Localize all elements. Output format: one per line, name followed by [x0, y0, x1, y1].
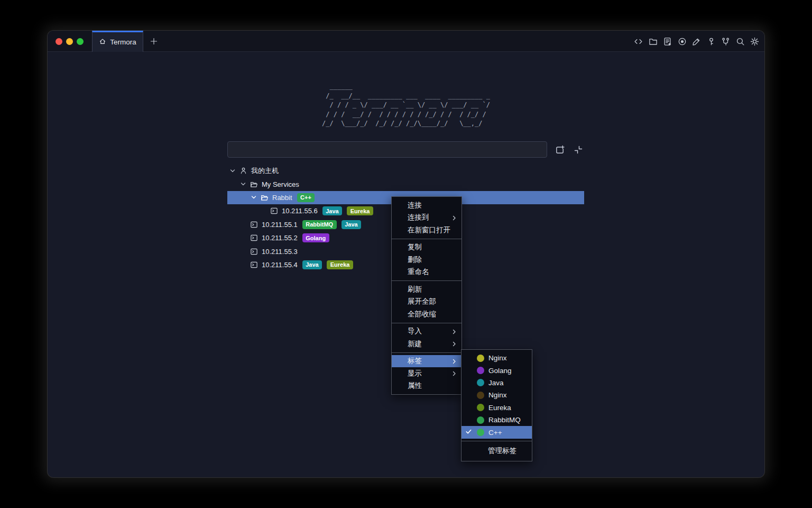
settings-icon[interactable]: [750, 37, 759, 46]
edit-icon[interactable]: [692, 37, 701, 46]
home-icon: [99, 38, 106, 47]
menu-item-rename[interactable]: 重命名: [392, 266, 462, 279]
user-icon: [239, 167, 247, 175]
chevron-down-icon[interactable]: [229, 168, 236, 174]
menu-item-new[interactable]: 新建: [392, 338, 462, 350]
menu-item-refresh[interactable]: 刷新: [392, 283, 462, 296]
chevron-right-icon: [451, 358, 457, 365]
tree-row-label: 10.211.55.4: [262, 261, 298, 269]
menu-item-connect-to[interactable]: 连接到: [392, 212, 462, 224]
menu-separator: [462, 441, 532, 441]
tab-termora[interactable]: Termora: [92, 31, 143, 52]
menu-item-label: 显示: [408, 369, 422, 378]
menu-item-display[interactable]: 显示: [392, 367, 462, 380]
traffic-lights: [56, 31, 84, 52]
menu-item-connect[interactable]: 连接: [392, 199, 462, 212]
collapse-all-icon[interactable]: [573, 144, 584, 156]
tag-badge: Java: [342, 220, 361, 229]
tag-color-dot: [477, 416, 484, 424]
menu-item-label: 管理标签: [488, 446, 516, 456]
tree-row-label: Rabbit: [272, 194, 292, 202]
menu-item-properties[interactable]: 属性: [392, 380, 462, 393]
menu-separator: [392, 280, 462, 281]
session-log-icon[interactable]: [663, 37, 672, 46]
menu-item-label: 重命名: [408, 267, 429, 277]
tag-menu-item-golang[interactable]: Golang: [462, 364, 532, 376]
search-icon[interactable]: [736, 37, 745, 46]
context-menu: 连接 连接到 在新窗口打开 复制 删除 重命名 刷新 展开全部 全部收缩 导入 …: [391, 196, 462, 395]
tag-menu-label: RabbitMQ: [488, 416, 521, 424]
chevron-down-icon[interactable]: [251, 194, 257, 201]
terminal-host-icon: [250, 248, 258, 256]
tree-row-label: 10.211.55.1: [262, 221, 298, 229]
tag-menu-item-eureka[interactable]: Eureka: [462, 402, 532, 414]
tag-menu-item-cpp[interactable]: C++: [462, 426, 532, 438]
tag-menu-item-nginx2[interactable]: Nginx: [462, 389, 532, 401]
tag-menu-item-nginx[interactable]: Nginx: [462, 352, 532, 364]
search-input[interactable]: [227, 141, 547, 158]
tag-badge: Golang: [302, 233, 329, 242]
menu-item-label: 展开全部: [408, 297, 436, 306]
chevron-right-icon: [451, 329, 457, 335]
menu-separator: [392, 352, 462, 353]
toolbar: [634, 31, 759, 52]
tree-row-label: 10.211.55.2: [262, 234, 298, 242]
new-tab-button[interactable]: [148, 35, 160, 47]
chevron-right-icon: [451, 370, 457, 377]
terminal-host-icon: [250, 261, 258, 269]
tag-color-dot: [477, 429, 484, 436]
key-icon[interactable]: [707, 37, 716, 46]
menu-item-copy[interactable]: 复制: [392, 241, 462, 254]
tag-menu-item-java[interactable]: Java: [462, 377, 532, 389]
port-forward-icon[interactable]: [721, 37, 730, 46]
menu-item-tags[interactable]: 标签: [392, 355, 462, 368]
tree-row-label: 我的主机: [251, 166, 279, 176]
menu-item-collapse-all[interactable]: 全部收缩: [392, 308, 462, 321]
menu-item-label: 删除: [408, 255, 422, 265]
open-folder-icon: [250, 180, 258, 188]
tag-color-dot: [477, 379, 484, 386]
menu-item-label: 属性: [408, 381, 422, 391]
tag-menu-label: Golang: [488, 367, 512, 375]
tag-menu-label: Nginx: [488, 354, 507, 362]
menu-item-label: 导入: [408, 326, 422, 336]
tree-row-label: 10.211.55.3: [262, 248, 298, 256]
tag-badge: Eureka: [347, 206, 373, 215]
ascii-logo: ______ /_ __/__ _________ ___ ____ _____…: [322, 82, 490, 129]
tag-submenu: Nginx Golang Java Nginx Eureka RabbitMQ: [461, 349, 532, 461]
tag-badge: Java: [302, 260, 322, 269]
record-icon[interactable]: [678, 37, 687, 46]
terminal-host-icon: [250, 234, 258, 242]
folder-icon[interactable]: [649, 37, 658, 46]
tag-menu-label: Nginx: [488, 391, 507, 399]
menu-item-delete[interactable]: 删除: [392, 253, 462, 266]
zoom-window-button[interactable]: [77, 38, 84, 45]
tag-menu-item-rabbitmq[interactable]: RabbitMQ: [462, 414, 532, 426]
add-host-icon[interactable]: [554, 144, 566, 156]
search-row: [227, 141, 584, 158]
menu-item-expand-all[interactable]: 展开全部: [392, 296, 462, 309]
tag-menu-label: Java: [488, 379, 504, 387]
tag-badge: C++: [297, 193, 315, 202]
tag-badge: RabbitMQ: [302, 220, 337, 229]
logo-container: ______ /_ __/__ _________ ___ ____ _____…: [48, 82, 764, 129]
tag-badge: Java: [322, 206, 342, 215]
terminal-code-icon[interactable]: [634, 37, 643, 46]
tag-badge: Eureka: [327, 260, 353, 269]
menu-item-label: 在新窗口打开: [408, 225, 450, 235]
tag-color-dot: [477, 367, 484, 374]
tag-menu-label: Eureka: [488, 404, 511, 412]
chevron-down-icon[interactable]: [240, 181, 246, 187]
close-window-button[interactable]: [56, 38, 62, 45]
terminal-host-icon: [270, 207, 278, 215]
menu-item-label: 复制: [408, 242, 422, 252]
terminal-host-icon: [250, 221, 258, 229]
menu-item-manage-tags[interactable]: 管理标签: [462, 443, 532, 459]
menu-item-open-in-new-window[interactable]: 在新窗口打开: [392, 224, 462, 237]
menu-item-label: 全部收缩: [408, 310, 436, 319]
menu-item-import[interactable]: 导入: [392, 325, 462, 338]
menu-separator: [392, 239, 462, 239]
tree-row-my-hosts[interactable]: 我的主机: [227, 164, 584, 177]
tree-row-my-services[interactable]: My Services: [227, 177, 584, 190]
minimize-window-button[interactable]: [66, 38, 73, 45]
